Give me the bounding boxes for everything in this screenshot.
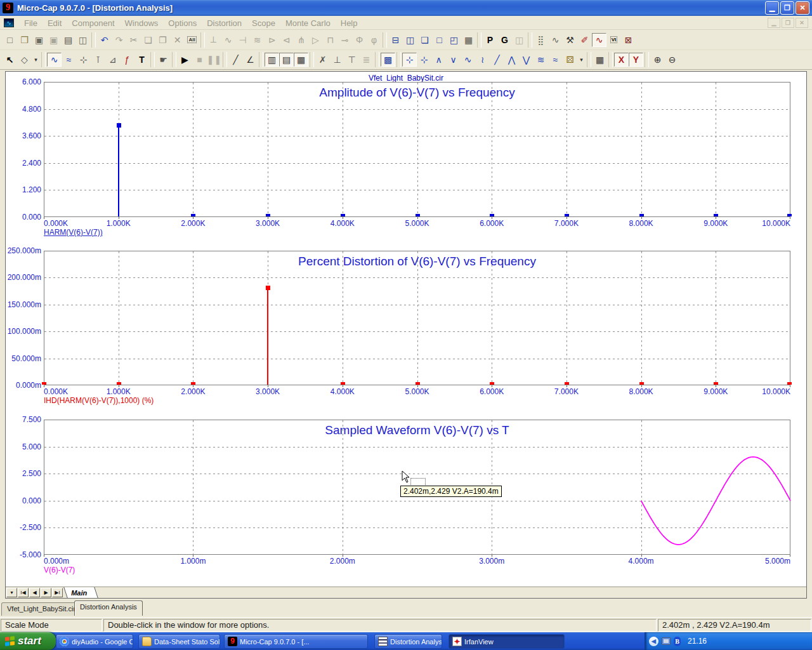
low-button[interactable]: ≀ — [475, 53, 490, 67]
chart-3-series-label[interactable]: V(6)-V(7) — [44, 566, 75, 574]
doc-tab-circuit-file[interactable]: Vfet_Light_BabySit.cir — [1, 602, 81, 616]
page-dropdown-button[interactable]: ▾ — [6, 588, 17, 597]
pulse-source-component-button[interactable]: ⊓ — [323, 33, 337, 47]
hide-icons-chevron-icon[interactable]: ◀ — [649, 637, 658, 646]
capacitor-component-button[interactable]: ⊣ — [235, 33, 250, 47]
undo-button[interactable]: ↶ — [97, 33, 112, 47]
y-scale-button[interactable]: Y — [629, 53, 643, 67]
stop-button[interactable]: ■ — [192, 53, 207, 67]
chart-1-series-label[interactable]: HARM(V(6)-V(7)) — [44, 228, 103, 237]
graphics-dropdown[interactable]: ▾ — [32, 53, 40, 67]
bluetooth-icon[interactable]: B — [674, 637, 681, 646]
tune-button[interactable]: ✐ — [577, 33, 592, 47]
horizontal-axis-button[interactable]: ⊤ — [344, 53, 359, 67]
menu-file[interactable]: File — [19, 17, 43, 29]
zoom-in-button[interactable]: ⊕ — [650, 53, 665, 67]
display-settings-icon[interactable] — [662, 637, 671, 645]
graph-select-button[interactable]: ▩ — [381, 53, 395, 67]
dot-grid-button[interactable]: ▦ — [294, 53, 308, 67]
horizontal-grid-button[interactable]: ▤ — [279, 53, 294, 67]
paste-button[interactable]: ❐ — [155, 33, 170, 47]
resistor-component-button[interactable]: ∿ — [221, 33, 235, 47]
line-mode-button[interactable]: ╱ — [228, 53, 243, 67]
spice-netlist-button[interactable]: G — [497, 33, 512, 47]
doc-tab-distortion-analysis[interactable]: Distortion Analysis — [74, 600, 143, 616]
opamp-component-button[interactable]: ▷ — [308, 33, 323, 47]
distortion-analysis-plot-window[interactable]: Vfet_Light_BabySit.cir 6.0004.8003.6002.… — [5, 71, 807, 599]
menu-monte-carlo[interactable]: Monte Carlo — [280, 17, 336, 29]
peak-button[interactable]: ∧ — [431, 53, 446, 67]
component-panel-button[interactable]: ⣿ — [534, 33, 548, 47]
probe-component-button[interactable]: ⊸ — [337, 33, 352, 47]
save-all-button[interactable]: ▣ — [46, 33, 61, 47]
close-button[interactable]: ✕ — [796, 1, 809, 15]
text-mode-button[interactable]: T — [134, 53, 149, 67]
mdi-minimize-button[interactable]: ▁ — [768, 18, 780, 28]
global-low-button[interactable]: ⋁ — [519, 53, 534, 67]
wave-average-button[interactable]: ≈ — [548, 53, 563, 67]
tile-horizontal-button[interactable]: ⊟ — [388, 33, 403, 47]
vi-display-button[interactable]: VI — [606, 33, 621, 47]
copy-button[interactable]: ❏ — [141, 33, 155, 47]
menu-windows[interactable]: Windows — [120, 17, 164, 29]
print-button[interactable]: ▤ — [61, 33, 75, 47]
high-button[interactable]: ∿ — [461, 53, 475, 67]
cursor-mode-button[interactable]: ≈ — [62, 53, 76, 67]
restore-button[interactable]: ❐ — [780, 1, 794, 15]
mdi-restore-button[interactable]: ❐ — [782, 18, 794, 28]
cut-button[interactable]: ✂ — [126, 33, 141, 47]
point-tag-button[interactable]: ⊹ — [76, 53, 91, 67]
x-scale-button[interactable]: X — [614, 53, 629, 67]
menu-edit[interactable]: Edit — [43, 17, 67, 29]
select-all-button[interactable]: All — [185, 33, 199, 47]
first-page-button[interactable]: I◀ — [18, 588, 29, 597]
vertical-grid-button[interactable]: ▥ — [265, 53, 279, 67]
inductor-component-button[interactable]: ≋ — [250, 33, 265, 47]
mdi-close-button[interactable]: ✕ — [796, 18, 808, 28]
cascade-button[interactable]: ❏ — [417, 33, 432, 47]
numeric-output-button[interactable]: ▦ — [593, 53, 607, 67]
prev-page-button[interactable]: ◀ — [29, 588, 40, 597]
last-page-button[interactable]: ▶I — [52, 588, 63, 597]
taskbar-task-chrome[interactable]: diyAudio - Google Chr... — [56, 634, 133, 649]
plot-window-button[interactable]: ∿ — [592, 33, 606, 47]
minimize-button[interactable]: ▁ — [765, 1, 779, 15]
menu-component[interactable]: Component — [67, 17, 119, 29]
pspice-netlist-button[interactable]: P — [483, 33, 497, 47]
save-file-button[interactable]: ▣ — [32, 33, 46, 47]
print-preview-button[interactable]: ◫ — [75, 33, 90, 47]
calculator-button[interactable]: ▦ — [461, 33, 476, 47]
menu-distortion[interactable]: Distortion — [202, 17, 247, 29]
menu-scope[interactable]: Scope — [247, 17, 280, 29]
sine-source-component-button[interactable]: φ — [367, 33, 381, 47]
baseline-button[interactable]: ⊥ — [330, 53, 344, 67]
model-editor-button[interactable]: ⚒ — [563, 33, 577, 47]
inflection-button[interactable]: ╱ — [490, 53, 504, 67]
polyline-mode-button[interactable]: ∠ — [243, 53, 258, 67]
exit-analysis-button[interactable]: ⊠ — [621, 33, 636, 47]
global-high-button[interactable]: ⋀ — [504, 53, 519, 67]
next-page-button[interactable]: ▶ — [41, 588, 51, 597]
performance-tag-button[interactable]: ⊿ — [105, 53, 120, 67]
envelope-button[interactable]: ≋ — [534, 53, 548, 67]
tolerance-dice-button[interactable]: ⚄ — [563, 53, 577, 67]
taskbar-task-folder[interactable]: Data-Sheet Stato Solido — [138, 634, 220, 649]
redo-button[interactable]: ↷ — [112, 33, 126, 47]
tab-main[interactable]: Main — [63, 587, 98, 598]
tile-vertical-button[interactable]: ◫ — [403, 33, 417, 47]
taskbar-task-document[interactable]: Distortion Analysis Li... — [374, 634, 442, 649]
horizontal-cursor-button[interactable]: ⊹ — [402, 53, 417, 67]
menu-options[interactable]: Options — [163, 17, 202, 29]
diode-component-button[interactable]: ⊳ — [265, 33, 279, 47]
horizontal-tag-button[interactable]: ⊺ — [91, 53, 105, 67]
new-file-button[interactable]: □ — [3, 33, 17, 47]
menu-help[interactable]: Help — [336, 17, 363, 29]
zener-component-button[interactable]: ⊲ — [279, 33, 294, 47]
delete-button[interactable]: ✕ — [170, 33, 185, 47]
run-button[interactable]: ▶ — [178, 53, 192, 67]
watch-window-button[interactable]: ◫ — [512, 33, 527, 47]
pause-button[interactable]: ❚❚ — [207, 53, 221, 67]
battery-component-button[interactable]: Φ — [352, 33, 367, 47]
properties-button[interactable]: ☛ — [156, 53, 171, 67]
zoom-out-button[interactable]: ⊖ — [665, 53, 679, 67]
